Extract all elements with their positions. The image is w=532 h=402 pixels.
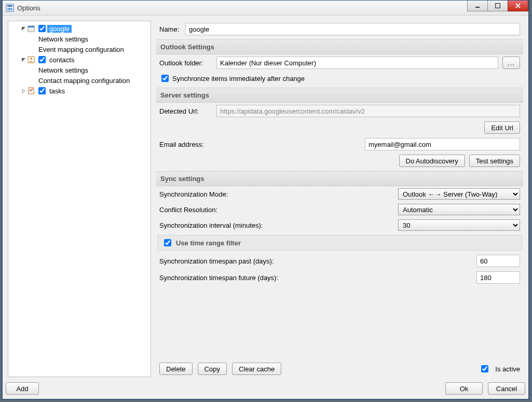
sync-mode-label: Synchronization Mode:	[159, 190, 228, 198]
minimize-button[interactable]	[467, 1, 488, 11]
outlook-folder-input[interactable]	[216, 57, 498, 69]
tree-label: google	[47, 25, 72, 33]
expand-arrow-icon[interactable]	[21, 57, 26, 62]
detected-url-input	[216, 105, 520, 117]
future-input[interactable]	[476, 271, 520, 284]
tree-item-contacts-mapping[interactable]: Contact mapping configuration	[9, 75, 149, 86]
tree-item-google[interactable]: google	[9, 23, 149, 34]
calendar-icon	[27, 24, 35, 33]
past-label: Synchronization timespan past (days):	[159, 257, 274, 265]
test-settings-button[interactable]: Test settings	[469, 155, 520, 167]
interval-select[interactable]: 30	[398, 219, 520, 231]
tree-label: Event mapping configuration	[36, 46, 126, 53]
collapse-arrow-icon[interactable]	[21, 88, 26, 93]
tree-check-tasks[interactable]	[38, 87, 46, 94]
window-title: Options	[17, 4, 40, 12]
interval-label: Synchronization interval (minutes):	[159, 221, 263, 229]
conflict-label: Conflict Resolution:	[159, 206, 217, 214]
svg-point-11	[30, 58, 32, 60]
timerange-checkbox[interactable]	[164, 239, 171, 246]
email-label: Email address:	[159, 141, 216, 148]
expand-arrow-icon[interactable]	[21, 26, 26, 31]
email-input[interactable]	[365, 138, 520, 150]
svg-rect-6	[28, 26, 34, 27]
tasks-icon	[27, 87, 35, 95]
profile-tree[interactable]: google Network settings Event mapping co…	[8, 21, 151, 377]
svg-rect-2	[7, 8, 12, 10]
tree-item-contacts[interactable]: contacts	[9, 54, 149, 65]
tree-item-contacts-network[interactable]: Network settings	[9, 65, 149, 75]
browse-folder-button[interactable]: ...	[502, 57, 520, 69]
is-active-label: Is active	[495, 365, 520, 373]
tree-label: Network settings	[36, 66, 90, 74]
title-bar: Options	[3, 1, 528, 16]
tree-check-google[interactable]	[38, 25, 46, 32]
delete-button[interactable]: Delete	[159, 363, 193, 375]
app-icon	[6, 4, 14, 12]
name-label: Name:	[159, 25, 185, 33]
tree-item-google-mapping[interactable]: Event mapping configuration	[9, 44, 149, 54]
svg-rect-4	[496, 4, 500, 8]
copy-button[interactable]: Copy	[198, 363, 227, 375]
sync-section-header: Sync settings	[156, 171, 523, 186]
future-label: Synchronization timespan future (days):	[159, 274, 278, 282]
sync-immediate-label: Synchronize items immediately after chan…	[172, 75, 305, 82]
detected-url-label: Detected Url:	[159, 107, 216, 115]
tree-check-contacts[interactable]	[38, 56, 46, 63]
is-active-checkbox[interactable]	[481, 365, 488, 372]
ok-button[interactable]: Ok	[445, 382, 483, 395]
tree-label: Contact mapping configuration	[36, 77, 132, 85]
tree-label: Network settings	[36, 35, 90, 43]
timerange-label: Use time range filter	[176, 239, 241, 247]
maximize-button[interactable]	[487, 1, 508, 11]
tree-item-google-network[interactable]: Network settings	[9, 34, 149, 44]
autodiscover-button[interactable]: Do Autodiscovery	[399, 155, 465, 167]
past-input[interactable]	[476, 255, 520, 267]
tree-item-tasks[interactable]: tasks	[9, 86, 149, 96]
sync-mode-select[interactable]: Outlook ←→ Server (Two-Way)	[398, 188, 520, 200]
svg-rect-1	[7, 5, 12, 7]
outlook-section-header: Outlook Settings	[156, 39, 523, 54]
cancel-button[interactable]: Cancel	[488, 382, 525, 395]
tree-label: tasks	[47, 87, 67, 95]
contacts-icon	[27, 56, 35, 64]
add-button[interactable]: Add	[6, 382, 39, 395]
tree-label: contacts	[47, 56, 76, 64]
server-section-header: Server settings	[156, 88, 523, 103]
outlook-folder-label: Outlook folder:	[159, 59, 216, 67]
sync-immediate-checkbox[interactable]	[161, 75, 169, 82]
close-button[interactable]	[508, 1, 528, 11]
name-input[interactable]	[185, 23, 520, 35]
edit-url-button[interactable]: Edit Url	[484, 121, 520, 134]
clear-cache-button[interactable]: Clear cache	[232, 363, 281, 375]
svg-rect-3	[475, 7, 480, 8]
conflict-select[interactable]: Automatic	[398, 204, 520, 215]
